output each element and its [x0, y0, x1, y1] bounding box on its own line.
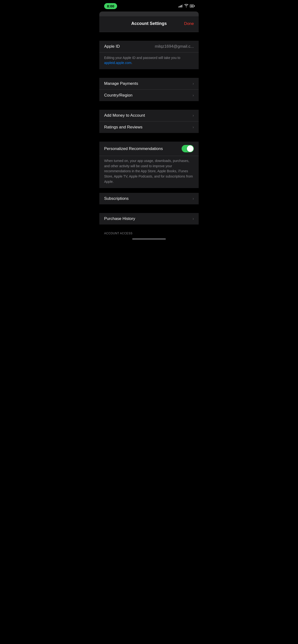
manage-payments-chevron: › — [193, 82, 194, 86]
apple-id-row[interactable]: Apple ID milqz1694@gmail.c... — [99, 41, 199, 52]
section-gap-4 — [99, 133, 199, 142]
add-money-row[interactable]: Add Money to Account › — [99, 110, 199, 122]
country-region-right: › — [193, 93, 194, 98]
subscriptions-label: Subscriptions — [104, 196, 129, 201]
account-access-label: ACCOUNT ACCESS — [99, 229, 199, 236]
purchase-history-right: › — [193, 216, 194, 221]
money-ratings-section: Add Money to Account › Ratings and Revie… — [99, 110, 199, 133]
personalized-section: Personalized Recommendations When turned… — [99, 142, 199, 188]
manage-payments-label: Manage Payments — [104, 81, 138, 86]
sheet-drag-handle — [99, 12, 199, 16]
wifi-icon — [184, 4, 188, 8]
section-gap-6 — [99, 204, 199, 213]
status-right-icons: 66 — [179, 4, 194, 8]
home-bar — [132, 238, 166, 240]
section-gap-3 — [99, 101, 199, 110]
status-bar: 8:00 66 — [99, 0, 199, 10]
manage-payments-right: › — [193, 82, 194, 86]
home-indicator — [99, 236, 199, 240]
personalized-description: When turned on, your app usage, download… — [99, 156, 199, 188]
toggle-thumb — [187, 146, 193, 152]
apple-id-value: milqz1694@gmail.c... — [155, 44, 194, 49]
personalized-toggle[interactable] — [182, 145, 194, 152]
ratings-reviews-row[interactable]: Ratings and Reviews › — [99, 122, 199, 133]
apple-id-section: Apple ID milqz1694@gmail.c... Editing yo… — [99, 41, 199, 69]
apple-id-label: Apple ID — [104, 44, 120, 49]
section-gap-5 — [99, 188, 199, 193]
section-gap-7 — [99, 224, 199, 229]
ratings-reviews-chevron: › — [193, 125, 194, 130]
personalized-recommendations-label: Personalized Recommendations — [104, 146, 163, 151]
add-money-right: › — [193, 113, 194, 118]
payments-section: Manage Payments › Country/Region › — [99, 78, 199, 101]
add-money-label: Add Money to Account — [104, 113, 145, 118]
purchase-history-row[interactable]: Purchase History › — [99, 213, 199, 224]
subscriptions-row[interactable]: Subscriptions › — [99, 193, 199, 204]
country-region-row[interactable]: Country/Region › — [99, 90, 199, 101]
purchase-history-section: Purchase History › — [99, 213, 199, 224]
page-header: Account Settings Done — [99, 16, 199, 32]
subscriptions-chevron: › — [193, 196, 194, 201]
apple-id-note: Editing your Apple ID and password will … — [99, 52, 199, 69]
subscriptions-section: Subscriptions › — [99, 193, 199, 204]
toggle-track — [182, 145, 194, 152]
battery-icon: 66 — [190, 4, 194, 8]
purchase-history-chevron: › — [193, 216, 194, 221]
section-gap-2 — [99, 69, 199, 78]
country-region-label: Country/Region — [104, 93, 132, 98]
status-time: 8:00 — [104, 3, 117, 9]
personalized-recommendations-row: Personalized Recommendations — [99, 142, 199, 156]
section-gap-1 — [99, 32, 199, 41]
country-region-chevron: › — [193, 93, 194, 98]
subscriptions-right: › — [193, 196, 194, 201]
purchase-history-label: Purchase History — [104, 216, 135, 221]
add-money-chevron: › — [193, 113, 194, 118]
done-button[interactable]: Done — [184, 21, 194, 26]
ratings-reviews-right: › — [193, 125, 194, 130]
manage-payments-row[interactable]: Manage Payments › — [99, 78, 199, 90]
apple-id-link[interactable]: appleid.apple.com — [104, 61, 131, 65]
signal-icon — [179, 4, 183, 8]
page-title: Account Settings — [131, 21, 167, 26]
ratings-reviews-label: Ratings and Reviews — [104, 125, 142, 130]
